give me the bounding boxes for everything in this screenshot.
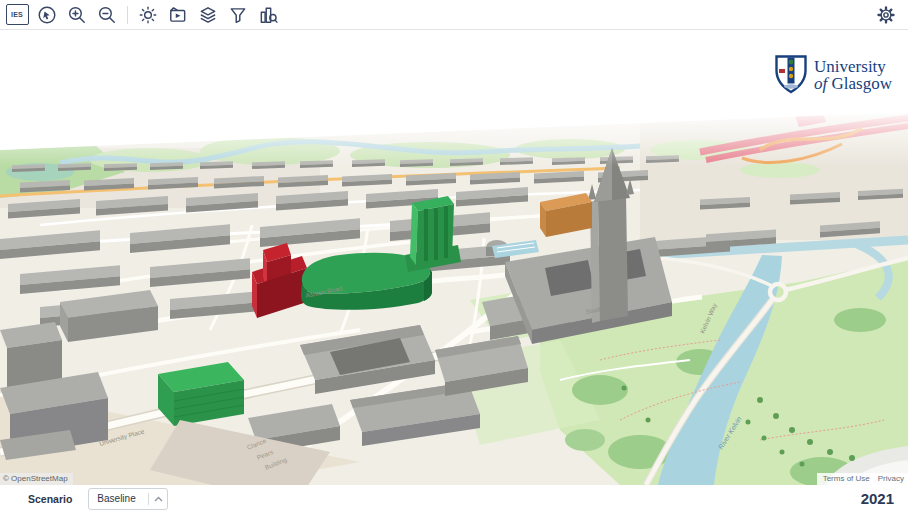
filter-button[interactable] — [226, 3, 250, 27]
settings-button[interactable] — [874, 3, 898, 27]
privacy-link[interactable]: Privacy — [878, 474, 904, 483]
building-search-button[interactable] — [256, 3, 280, 27]
legal-links: Terms of Use Privacy — [817, 473, 908, 485]
uofg-line2: Glasgow — [827, 74, 892, 93]
scenario-bar: Scenario Baseline 2021 — [0, 485, 908, 512]
uofg-logo: University of Glasgow — [775, 55, 892, 95]
sun-icon — [138, 5, 158, 25]
zoom-in-icon — [67, 5, 87, 25]
gear-icon — [876, 5, 896, 25]
toolbar-divider — [127, 6, 128, 24]
scenario-dropdown[interactable]: Baseline — [88, 488, 168, 510]
uofg-wordmark: University of Glasgow — [814, 58, 892, 93]
layers-button[interactable] — [196, 3, 220, 27]
osm-attribution: © OpenStreetMap — [0, 473, 73, 485]
zoom-in-button[interactable] — [65, 3, 89, 27]
ies-logo-button[interactable]: IES — [5, 3, 29, 27]
uofg-of: of — [814, 74, 827, 93]
uofg-line1: University — [814, 58, 892, 75]
chevron-up-icon[interactable] — [149, 496, 167, 502]
daylight-button[interactable] — [136, 3, 160, 27]
filter-icon — [228, 5, 248, 25]
zoom-out-icon — [97, 5, 117, 25]
zoom-out-button[interactable] — [95, 3, 119, 27]
ies-logo-text: IES — [11, 11, 23, 18]
select-mode-icon — [37, 5, 57, 25]
layers-icon — [198, 5, 218, 25]
scenario-label: Scenario — [28, 493, 72, 505]
app-window: IES — [0, 0, 908, 512]
main-toolbar: IES — [0, 0, 908, 30]
uofg-crest-icon — [775, 55, 807, 95]
year-indicator: 2021 — [861, 490, 894, 507]
select-mode-button[interactable] — [35, 3, 59, 27]
ies-logo-icon: IES — [6, 4, 29, 25]
media-button[interactable] — [166, 3, 190, 27]
terms-link[interactable]: Terms of Use — [823, 474, 870, 483]
building-search-icon — [258, 5, 278, 25]
map-3d-scene: University Place Clarice Pears Building … — [0, 30, 908, 485]
highlight-building-green-tower[interactable] — [405, 196, 461, 272]
clapperboard-icon — [168, 5, 188, 25]
map-canvas[interactable]: University Place Clarice Pears Building … — [0, 30, 908, 485]
scenario-value: Baseline — [89, 493, 148, 504]
